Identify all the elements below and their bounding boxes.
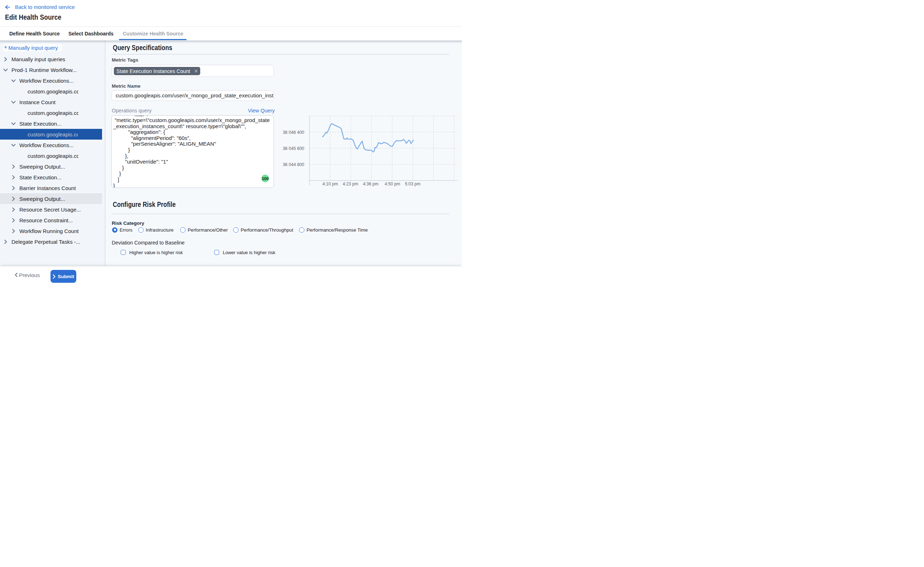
- query-sidebar: + Manually input query Manually input qu…: [0, 40, 105, 266]
- chevron-right-icon[interactable]: [11, 196, 16, 201]
- chart-x-tick-label: 4:10 pm: [322, 182, 338, 186]
- tree-item-label: Resource Constraint...: [20, 217, 81, 224]
- chevron-right-icon[interactable]: [11, 207, 16, 212]
- view-query-link[interactable]: View Query: [248, 108, 275, 114]
- chevron-down-icon[interactable]: [11, 122, 16, 126]
- chevron-down-icon[interactable]: [11, 100, 16, 105]
- risk-category-radio-performance-response-time[interactable]: Performance/Response Time: [299, 224, 368, 235]
- tree-item[interactable]: custom.googleapis.com/user/x_mongo_prod_…: [0, 107, 105, 118]
- tree-item[interactable]: Barrier Instances Count: [0, 183, 105, 193]
- metric-tag-chip[interactable]: State Execution Instances Count: [114, 67, 200, 75]
- chevron-down-icon[interactable]: [3, 68, 8, 72]
- chevron-right-icon[interactable]: [11, 175, 16, 180]
- query-specifications-divider: [111, 54, 449, 54]
- chevron-right-icon[interactable]: [11, 186, 16, 190]
- metric-name-value: custom.googleapis.com/user/x_mongo_prod_…: [116, 91, 274, 101]
- back-link-label: Back to monitored service: [15, 4, 75, 10]
- chevron-right-icon: [53, 274, 56, 279]
- tree-item-label: State Execution...: [20, 174, 81, 180]
- tree-item[interactable]: Prod-1 Runtime Workflow...: [0, 64, 105, 75]
- chevron-right-icon[interactable]: [11, 218, 16, 223]
- tree-item[interactable]: Sweeping Output...: [0, 193, 102, 204]
- metric-name-input[interactable]: custom.googleapis.com/user/x_mongo_prod_…: [111, 90, 274, 101]
- checkbox-label: Lower value is higher risk: [223, 250, 275, 255]
- tree-item[interactable]: custom.googleapis.com/user/x_mongo_prod_…: [0, 129, 102, 140]
- tree-item[interactable]: custom.googleapis.com/user/x_mongo_prod_…: [0, 86, 105, 97]
- tree-item[interactable]: Resource Constraint...: [0, 215, 105, 225]
- risk-category-radio-performance-throughput[interactable]: Performance/Throughput: [233, 224, 293, 235]
- metric-tag-chip-label: State Execution Instances Count: [116, 68, 190, 74]
- chevron-right-icon[interactable]: [3, 240, 8, 244]
- tree-item-label: Sweeping Output...: [20, 196, 78, 202]
- tree-item[interactable]: custom.googleapis.com/user/x_mongo_prod_…: [0, 150, 105, 161]
- tree-item[interactable]: State Execution...: [0, 172, 105, 183]
- chart-y-tick-label: 36 044 800: [282, 162, 304, 167]
- footer-bar: Previous Submit: [0, 266, 462, 284]
- tab-define-health-source[interactable]: Define Health Source: [9, 27, 60, 40]
- back-to-monitored-service-link[interactable]: Back to monitored service: [5, 4, 75, 11]
- metric-tags-input[interactable]: State Execution Instances Count: [111, 65, 274, 77]
- risk-profile-divider: [111, 214, 449, 214]
- tree-item-label: Instance Count: [20, 99, 81, 105]
- risk-category-radio-errors[interactable]: Errors: [112, 224, 132, 235]
- tree-item[interactable]: Workflow Running Count: [0, 225, 105, 236]
- query-score-badge: 100: [261, 175, 269, 182]
- chevron-right-icon[interactable]: [3, 57, 8, 62]
- chevron-right-icon[interactable]: [11, 164, 16, 169]
- tree-item[interactable]: Manually input queries: [0, 54, 105, 64]
- chevron-right-icon[interactable]: [11, 229, 16, 233]
- metric-preview-chart: 36 046 40036 045 60036 044 8004:10 pm4:2…: [278, 111, 462, 188]
- tree-item[interactable]: Instance Count: [0, 97, 105, 107]
- tree-item[interactable]: Delegate Perpetual Tasks -...: [0, 236, 105, 247]
- back-arrow-icon: [5, 5, 10, 9]
- risk-category-radio-infrastructure[interactable]: Infrastructure: [138, 224, 174, 235]
- tree-item[interactable]: State Execution...: [0, 118, 105, 129]
- deviation-checkbox-lower[interactable]: Lower value is higher risk: [214, 247, 275, 258]
- previous-button-label: Previous: [19, 272, 40, 278]
- chevron-left-icon: [15, 273, 18, 277]
- radio-label: Errors: [120, 227, 132, 232]
- tree-item-label: custom.googleapis.com/user/x_mongo_prod_…: [28, 88, 78, 94]
- deviation-checkbox-higher[interactable]: Higher value is higher risk: [121, 247, 183, 258]
- chart-x-tick-label: 4:36 pm: [363, 182, 378, 186]
- submit-button[interactable]: Submit: [51, 270, 76, 283]
- tree-item[interactable]: Workflow Executions...: [0, 75, 105, 86]
- chevron-down-icon[interactable]: [11, 78, 16, 83]
- add-manual-query-label: Manually input query: [8, 45, 58, 51]
- tree-item-label: Workflow Executions...: [20, 78, 81, 84]
- query-specifications-title: Query Specifications: [113, 44, 172, 52]
- tree-item[interactable]: Workflow Executions...: [0, 140, 105, 150]
- tab-bar: Define Health Source Select Dashboards C…: [0, 27, 462, 40]
- tree-item-label: Resource Secret Usage...: [20, 207, 81, 213]
- content-area: + Manually input query Manually input qu…: [0, 40, 462, 266]
- tree-item-label: Manually input queries: [12, 56, 82, 62]
- tree-item[interactable]: Sweeping Output...: [0, 161, 105, 172]
- radio-label: Infrastructure: [146, 227, 174, 232]
- deviation-options: Higher value is higher riskLower value i…: [105, 247, 462, 258]
- radio-checked-icon: [112, 227, 117, 232]
- chart-series-line: [323, 123, 413, 152]
- metric-tags-label: Metric Tags: [112, 57, 138, 63]
- add-manual-query-button[interactable]: + Manually input query: [3, 44, 62, 51]
- radio-label: Performance/Other: [188, 227, 228, 232]
- chart-y-tick-label: 36 045 600: [282, 146, 304, 151]
- tree-item-label: Workflow Executions...: [20, 142, 81, 148]
- chevron-down-icon[interactable]: [11, 143, 16, 147]
- tab-customize-health-source[interactable]: Customize Health Source: [123, 27, 183, 40]
- radio-unchecked-icon: [180, 227, 186, 232]
- tree-item-label: Delegate Perpetual Tasks -...: [12, 239, 82, 245]
- page-title: Edit Health Source: [5, 13, 61, 22]
- tree-item-label: Prod-1 Runtime Workflow...: [12, 67, 82, 73]
- page-header: Back to monitored service Edit Health So…: [0, 0, 462, 27]
- radio-label: Performance/Throughput: [241, 227, 293, 232]
- checkbox-unchecked-icon: [214, 250, 219, 255]
- edit-health-source-page: Back to monitored service Edit Health So…: [0, 0, 462, 284]
- risk-category-radio-performance-other[interactable]: Performance/Other: [180, 224, 228, 235]
- operations-query-textarea[interactable]: "filter": "metric.type=\"custom.googleap…: [111, 115, 274, 188]
- remove-tag-icon[interactable]: [194, 69, 198, 73]
- tree-item-label: Workflow Running Count: [20, 228, 81, 234]
- previous-button[interactable]: Previous: [15, 268, 40, 281]
- tab-select-dashboards[interactable]: Select Dashboards: [68, 27, 114, 40]
- tree-item[interactable]: Resource Secret Usage...: [0, 204, 105, 215]
- tree-item-label: State Execution...: [20, 121, 81, 127]
